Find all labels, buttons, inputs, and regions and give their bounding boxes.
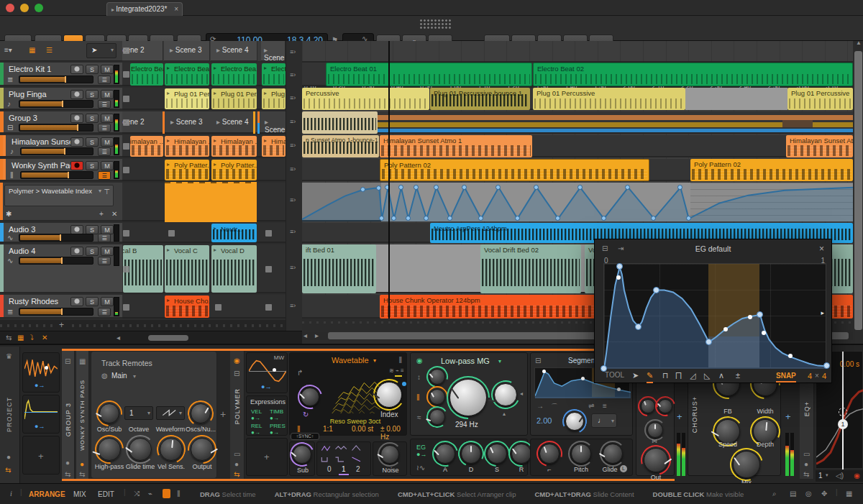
clip-stop-button[interactable]: [123, 143, 129, 150]
arm-button[interactable]: [70, 247, 83, 256]
track-name[interactable]: Electro Kit 1: [9, 65, 51, 73]
track-menu-button[interactable]: ☰: [98, 257, 111, 265]
arranger-view-icon[interactable]: ☰: [46, 46, 52, 54]
scene-play-icon[interactable]: ▸: [216, 46, 222, 54]
resonance-knob[interactable]: [494, 383, 517, 406]
curve-point[interactable]: [762, 331, 766, 335]
grid-x-value[interactable]: 4: [808, 372, 812, 380]
track-name[interactable]: Audio 4: [9, 247, 35, 255]
speaker-icon[interactable]: ◁): [836, 472, 844, 480]
res-mode-icon[interactable]: ▴: [503, 411, 506, 417]
folder-icon[interactable]: ⊟: [535, 357, 541, 365]
sustain-knob[interactable]: [487, 444, 507, 464]
clip-stop-button[interactable]: [123, 71, 129, 78]
arm-button-armed[interactable]: [70, 161, 83, 170]
curve-point[interactable]: [478, 216, 483, 221]
ramp-down-shape-icon[interactable]: ◺: [704, 371, 710, 380]
launcher-clip[interactable]: ▸Plug 01 Per...: [262, 88, 286, 109]
mod-amount-dot[interactable]: [402, 382, 406, 386]
sub-octave-2[interactable]: 2: [356, 465, 360, 473]
index-knob[interactable]: [376, 382, 402, 408]
mute-button[interactable]: M: [101, 297, 114, 306]
eg-envelope-curve[interactable]: [604, 264, 827, 369]
eq-band-number[interactable]: 1: [838, 419, 848, 429]
curve-point[interactable]: [577, 185, 583, 190]
playhead[interactable]: [388, 41, 390, 319]
arranger-clip-himalayan-main[interactable]: Himalayan Sunset Atmo 1: [380, 135, 532, 157]
swap-icon[interactable]: ⇌: [588, 402, 594, 410]
lane-expand-icon[interactable]: ≡›: [290, 48, 296, 55]
minimize-window-button[interactable]: [20, 4, 29, 12]
mute-button[interactable]: M: [101, 247, 114, 256]
polymer-mod-mw[interactable]: MW ●→: [246, 352, 288, 393]
curve-point[interactable]: [706, 339, 712, 345]
tool-selector[interactable]: ➤ ▾: [86, 43, 117, 58]
view-edit[interactable]: EDIT: [98, 490, 114, 498]
clip-stop-button[interactable]: [265, 304, 272, 311]
knob-mini-icon[interactable]: ●: [65, 459, 70, 467]
lane-expand-icon[interactable]: ≡›: [290, 302, 296, 309]
grid-y-value[interactable]: 4: [822, 372, 826, 380]
sync-badge[interactable]: ↑SYNC↑: [291, 433, 319, 440]
clip-stop-button[interactable]: [123, 266, 129, 272]
osc-detune-st[interactable]: 0.00 st: [352, 425, 373, 433]
routing-icon[interactable]: ⇆: [234, 470, 239, 478]
curve-point[interactable]: [434, 185, 439, 190]
arranger-clip-himalayan-bounce[interactable]: n Sunset Atmo 1-bounce-1: [302, 135, 379, 157]
filter-title-dropdown[interactable]: Low-pass MG: [441, 357, 490, 365]
launcher-clip[interactable]: ▸Poly Patter...: [165, 160, 209, 180]
curve-point[interactable]: [406, 216, 411, 221]
curve-point[interactable]: [788, 354, 793, 358]
tab-close-icon[interactable]: ×: [174, 5, 178, 13]
clip-stop-button[interactable]: [123, 119, 129, 126]
link-icon[interactable]: ⌁: [148, 490, 152, 498]
clip-stop-button[interactable]: [123, 96, 129, 102]
remotes-page-selector[interactable]: Main: [111, 372, 127, 380]
sub-octave-1[interactable]: 1: [342, 465, 346, 473]
hand-tool-icon[interactable]: ✥: [821, 490, 827, 498]
speed-knob[interactable]: [716, 419, 740, 444]
wavetable-bars-icon[interactable]: ⫼: [398, 356, 402, 365]
scene-header-4[interactable]: ▸ Scene 4: [211, 41, 257, 61]
view-arrange[interactable]: ARRANGE: [29, 490, 65, 498]
modulation-arrow-icon[interactable]: ●→: [416, 451, 426, 458]
project-strip[interactable]: ♛ PROJECT ● ⇆: [0, 347, 20, 483]
volume-slider[interactable]: [19, 124, 93, 132]
segments-rate-value[interactable]: 2.00: [536, 416, 552, 425]
glide-legato-badge[interactable]: L: [620, 465, 627, 472]
keytrack-knob[interactable]: [429, 389, 445, 405]
arranger-clip-plug-bounce[interactable]: Plug 01 Percussive bounce 1: [430, 88, 530, 110]
eg-graph[interactable]: ▸: [603, 263, 826, 368]
osc-ratio[interactable]: 1:1: [323, 425, 333, 433]
track-menu-button[interactable]: ☰: [98, 75, 111, 84]
step-shape-icon[interactable]: ⨅: [675, 371, 682, 380]
cycle-icon[interactable]: ↻: [303, 411, 309, 418]
routing-icon[interactable]: ⇆: [65, 470, 70, 478]
piano-icon[interactable]: ▦: [846, 490, 852, 498]
scroll-up-icon[interactable]: ▲: [856, 40, 862, 46]
close-lane-button[interactable]: ✕: [111, 210, 117, 218]
env-amount-knob[interactable]: [429, 409, 445, 425]
curve-point[interactable]: [601, 216, 606, 221]
clip-stop-button[interactable]: [123, 47, 129, 54]
project-modulator-envelope[interactable]: ●→: [22, 395, 60, 434]
track-menu-button[interactable]: ☰: [98, 234, 111, 242]
high-pass-knob[interactable]: [98, 438, 121, 461]
track-menu-button[interactable]: ☰: [98, 147, 111, 156]
curve-point[interactable]: [653, 287, 659, 293]
track-name[interactable]: Plug Finga: [9, 90, 47, 98]
lane-expand-icon[interactable]: ≡›: [290, 196, 296, 203]
launcher-clip[interactable]: ▸Vocal D: [211, 245, 257, 293]
track-list-menu-icon[interactable]: ≡▾: [4, 46, 12, 54]
arranger-clip-poly-pattern-right[interactable]: Poly Pattern 02: [690, 159, 853, 181]
pin-icon[interactable]: ⊤: [104, 188, 110, 196]
drive-knob[interactable]: [429, 369, 445, 385]
note-value-dropdown[interactable]: ♩▾: [591, 413, 617, 428]
sub-knob[interactable]: [293, 445, 311, 464]
track-menu-button-active[interactable]: ☰: [98, 171, 111, 180]
solo-button[interactable]: S: [86, 90, 99, 99]
plus-minus-icon[interactable]: ±: [736, 371, 740, 380]
launcher-clip[interactable]: ▸Himalayan ...: [262, 136, 286, 157]
octave-dropdown[interactable]: 1 ▾: [124, 406, 153, 420]
scroll-left-icon[interactable]: ◂: [303, 331, 307, 339]
